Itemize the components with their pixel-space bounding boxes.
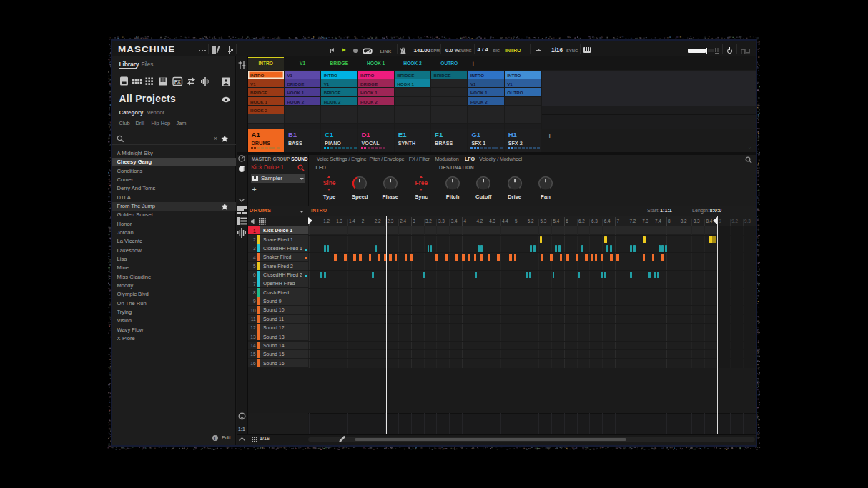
svg-text:FX: FX bbox=[174, 79, 181, 84]
